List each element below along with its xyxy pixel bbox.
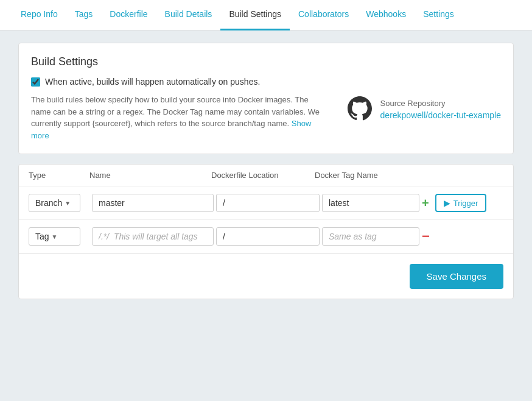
type-dropdown-branch[interactable]: Branch ▼ — [29, 194, 80, 212]
source-repo-info: Source Repository derekpowell/docker-tut… — [380, 99, 501, 120]
table-row: Tag ▼ − — [19, 220, 513, 254]
trigger-circle-icon: ▶ — [444, 198, 450, 208]
info-description: The build rules below specify how to bui… — [31, 94, 323, 141]
type-cell: Branch ▼ — [29, 194, 89, 212]
name-input-0[interactable] — [92, 194, 214, 212]
build-settings-info-card: Build Settings When active, builds will … — [18, 43, 514, 154]
col-type: Type — [29, 171, 89, 180]
tag-cell — [322, 227, 419, 246]
build-rules-card: Type Name Dockerfile Location Docker Tag… — [18, 164, 514, 299]
save-row: Save Changes — [19, 254, 513, 299]
tag-cell — [322, 194, 419, 212]
checkbox-label: When active, builds will happen automati… — [45, 77, 260, 87]
type-label: Branch — [35, 198, 62, 208]
dockerfile-input-1[interactable] — [216, 227, 320, 246]
nav-tab-tags[interactable]: Tags — [66, 0, 102, 30]
type-label: Tag — [35, 232, 49, 241]
nav-tab-collaborators[interactable]: Collaborators — [290, 0, 357, 30]
nav-tab-webhooks[interactable]: Webhooks — [357, 0, 415, 30]
source-repo-link[interactable]: derekpowell/docker-tut-example — [380, 110, 501, 120]
nav-tab-dockerfile[interactable]: Dockerfile — [101, 0, 156, 30]
github-icon — [348, 96, 372, 122]
col-dockerfile: Dockerfile Location — [211, 171, 315, 180]
dockerfile-cell — [216, 194, 320, 212]
nav-tab-build-settings[interactable]: Build Settings — [220, 0, 290, 30]
nav-tab-repo-info[interactable]: Repo Info — [12, 0, 66, 30]
trigger-label: Trigger — [453, 199, 478, 208]
source-repo-section: Source Repository derekpowell/docker-tut… — [348, 77, 501, 141]
name-cell — [92, 227, 214, 246]
name-cell — [92, 194, 214, 212]
add-row-icon[interactable]: + — [422, 196, 429, 210]
card-title: Build Settings — [31, 55, 501, 68]
tag-input-1[interactable] — [322, 227, 419, 246]
table-row: Branch ▼ + ▶ Trigger — [19, 186, 513, 220]
save-changes-button[interactable]: Save Changes — [410, 264, 503, 289]
trigger-button[interactable]: ▶ Trigger — [435, 194, 487, 212]
dropdown-arrow-icon: ▼ — [52, 233, 58, 240]
main-content: Build Settings When active, builds will … — [0, 30, 532, 321]
actions-cell-1: − — [422, 230, 503, 243]
info-left: When active, builds will happen automati… — [31, 77, 323, 141]
name-input-1[interactable] — [92, 227, 214, 246]
nav-tab-build-details[interactable]: Build Details — [156, 0, 221, 30]
dockerfile-input-0[interactable] — [216, 194, 320, 212]
col-name: Name — [89, 171, 211, 180]
top-navigation: Repo InfoTagsDockerfileBuild DetailsBuil… — [0, 0, 532, 30]
dropdown-arrow-icon: ▼ — [65, 200, 71, 207]
auto-build-checkbox[interactable] — [31, 77, 40, 87]
type-dropdown-tag[interactable]: Tag ▼ — [29, 227, 80, 246]
actions-cell-0: + ▶ Trigger — [422, 194, 503, 212]
dockerfile-cell — [216, 227, 320, 246]
col-tag: Docker Tag Name — [315, 171, 412, 180]
col-actions — [412, 171, 503, 180]
tag-input-0[interactable] — [322, 194, 419, 212]
type-cell: Tag ▼ — [29, 227, 89, 246]
remove-row-icon[interactable]: − — [422, 230, 430, 243]
table-header: Type Name Dockerfile Location Docker Tag… — [19, 165, 513, 186]
nav-tab-settings[interactable]: Settings — [415, 0, 463, 30]
source-repo-label: Source Repository — [380, 99, 501, 108]
